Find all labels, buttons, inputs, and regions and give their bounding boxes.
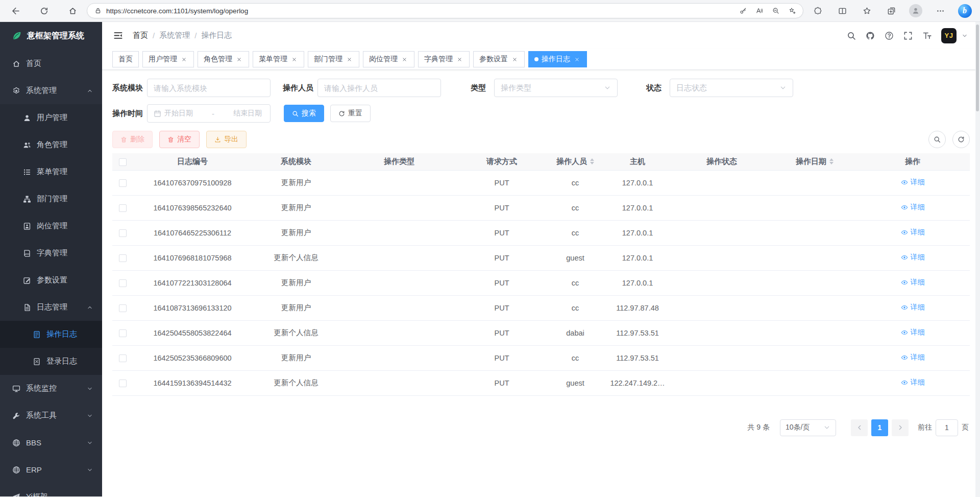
- operator-filter-input[interactable]: [324, 84, 434, 92]
- row-checkbox[interactable]: [119, 229, 127, 237]
- copilot-button[interactable]: b: [955, 2, 974, 19]
- saved-passwords-button[interactable]: [736, 2, 751, 19]
- header-search-icon[interactable]: [847, 31, 856, 40]
- tab-user-mgmt[interactable]: 用户管理: [142, 51, 194, 67]
- github-icon[interactable]: [866, 31, 875, 40]
- sidebar-item-menu-mgmt[interactable]: 菜单管理: [0, 158, 102, 185]
- toggle-search-button[interactable]: [928, 131, 946, 148]
- detail-link[interactable]: 详细: [901, 228, 925, 237]
- sidebar-toggle-icon[interactable]: [113, 31, 123, 40]
- browser-home-button[interactable]: [63, 2, 82, 19]
- type-filter-select[interactable]: 操作类型: [494, 79, 618, 97]
- row-checkbox[interactable]: [119, 204, 127, 212]
- favorites-button[interactable]: [857, 2, 876, 19]
- row-checkbox[interactable]: [119, 304, 127, 312]
- search-button[interactable]: 搜索: [284, 105, 324, 122]
- add-favorite-button[interactable]: [785, 2, 800, 19]
- detail-link[interactable]: 详细: [901, 278, 925, 287]
- browser-menu-button[interactable]: [931, 2, 949, 19]
- sidebar-item-home[interactable]: 首页: [0, 50, 102, 77]
- tab-dept-mgmt[interactable]: 部门管理: [308, 51, 359, 67]
- tab-menu-mgmt[interactable]: 菜单管理: [253, 51, 304, 67]
- column-header-date[interactable]: 操作日期: [774, 153, 855, 170]
- sidebar-item-role-mgmt[interactable]: 角色管理: [0, 131, 102, 158]
- close-icon[interactable]: [456, 56, 463, 63]
- breadcrumb-item[interactable]: 首页: [133, 31, 148, 40]
- user-avatar[interactable]: YJ: [941, 28, 957, 43]
- sidebar-item-post-mgmt[interactable]: 岗位管理: [0, 212, 102, 240]
- fullscreen-icon[interactable]: [903, 31, 913, 40]
- refresh-table-button[interactable]: [952, 131, 970, 148]
- collections-button[interactable]: [882, 2, 900, 19]
- browser-back-button[interactable]: [6, 2, 24, 19]
- sidebar-item-user-mgmt[interactable]: 用户管理: [0, 104, 102, 131]
- delete-button[interactable]: 删除: [112, 131, 153, 148]
- help-icon[interactable]: [885, 31, 894, 40]
- page-number-button[interactable]: 1: [871, 419, 888, 436]
- font-size-icon[interactable]: [922, 31, 932, 40]
- zoom-out-button[interactable]: [768, 2, 783, 19]
- split-screen-button[interactable]: [833, 2, 851, 19]
- tab-home[interactable]: 首页: [112, 51, 139, 67]
- tab-oper-log[interactable]: 操作日志: [528, 51, 587, 67]
- browser-url[interactable]: https://ccnetcore.com:1101/system/log/op…: [106, 7, 731, 15]
- row-checkbox[interactable]: [119, 354, 127, 362]
- export-button[interactable]: 导出: [206, 131, 247, 148]
- goto-page-input[interactable]: [936, 419, 958, 436]
- close-icon[interactable]: [180, 56, 188, 63]
- page-size-select[interactable]: 10条/页: [780, 419, 836, 436]
- detail-link[interactable]: 详细: [901, 353, 925, 362]
- detail-link[interactable]: 详细: [901, 378, 925, 387]
- sidebar-item-login-log[interactable]: 登录日志: [0, 348, 102, 375]
- detail-link[interactable]: 详细: [901, 203, 925, 212]
- tab-role-mgmt[interactable]: 角色管理: [198, 51, 249, 67]
- row-checkbox[interactable]: [119, 380, 127, 387]
- scrollbar-thumb[interactable]: [976, 25, 979, 111]
- browser-address-bar[interactable]: https://ccnetcore.com:1101/system/log/op…: [87, 3, 803, 18]
- sidebar-item-bbs[interactable]: BBS: [0, 429, 102, 456]
- close-icon[interactable]: [401, 56, 408, 63]
- close-icon[interactable]: [511, 56, 519, 63]
- row-checkbox[interactable]: [119, 279, 127, 287]
- tab-param-settings[interactable]: 参数设置: [473, 51, 525, 67]
- sidebar-item-system-tools[interactable]: 系统工具: [0, 402, 102, 429]
- row-checkbox[interactable]: [119, 254, 127, 262]
- sidebar-item-log-mgmt[interactable]: 日志管理: [0, 294, 102, 321]
- extensions-button[interactable]: [808, 2, 827, 19]
- chevron-down-icon[interactable]: [962, 33, 968, 39]
- sort-carets-icon[interactable]: [829, 156, 834, 167]
- sidebar-item-yi-framework[interactable]: Yi框架: [0, 483, 102, 496]
- app-logo[interactable]: 意框架管理系统: [0, 22, 102, 50]
- tab-post-mgmt[interactable]: 岗位管理: [363, 51, 414, 67]
- column-header-operator[interactable]: 操作人员: [545, 153, 605, 170]
- sidebar-item-dict-mgmt[interactable]: 字典管理: [0, 240, 102, 267]
- select-all-checkbox[interactable]: [119, 158, 127, 166]
- clear-button[interactable]: 清空: [159, 131, 200, 148]
- tab-dict-mgmt[interactable]: 字典管理: [418, 51, 470, 67]
- status-filter-select[interactable]: 日志状态: [670, 79, 793, 97]
- close-icon[interactable]: [573, 56, 581, 63]
- module-filter-input[interactable]: [154, 84, 264, 92]
- sidebar-item-system-monitor[interactable]: 系统监控: [0, 375, 102, 402]
- detail-link[interactable]: 详细: [901, 253, 925, 262]
- close-icon[interactable]: [290, 56, 298, 63]
- sidebar-item-system-mgmt[interactable]: 系统管理: [0, 77, 102, 104]
- next-page-button[interactable]: [892, 419, 909, 436]
- row-checkbox[interactable]: [119, 329, 127, 337]
- browser-refresh-button[interactable]: [35, 2, 53, 19]
- row-checkbox[interactable]: [119, 179, 127, 187]
- detail-link[interactable]: 详细: [901, 178, 925, 187]
- date-range-picker[interactable]: 开始日期 - 结束日期: [147, 104, 271, 123]
- sort-carets-icon[interactable]: [590, 156, 594, 167]
- detail-link[interactable]: 详细: [901, 328, 925, 337]
- sidebar-item-erp[interactable]: ERP: [0, 456, 102, 483]
- prev-page-button[interactable]: [851, 419, 868, 436]
- close-icon[interactable]: [346, 56, 353, 63]
- profile-avatar-button[interactable]: [906, 2, 925, 19]
- detail-link[interactable]: 详细: [901, 303, 925, 312]
- reset-button[interactable]: 重置: [330, 105, 371, 122]
- sidebar-item-oper-log[interactable]: 操作日志: [0, 321, 102, 348]
- sidebar-item-dept-mgmt[interactable]: 部门管理: [0, 185, 102, 212]
- sidebar-item-param-settings[interactable]: 参数设置: [0, 267, 102, 294]
- close-icon[interactable]: [235, 56, 243, 63]
